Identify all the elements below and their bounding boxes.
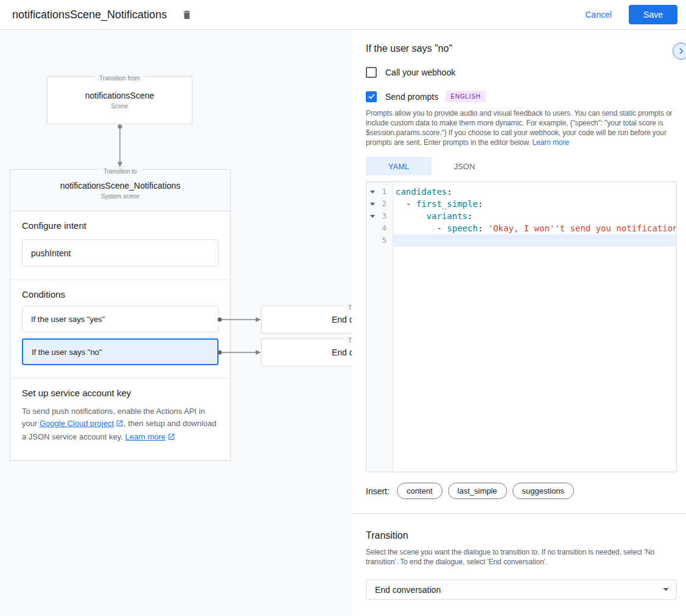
editor-code-line[interactable]: variants: — [393, 210, 676, 222]
insert-row: Insert: content last_simple suggestions — [366, 483, 677, 499]
fold-arrow-icon[interactable] — [370, 203, 375, 206]
transition-from-node[interactable]: Transition from notificationsScene Scene — [47, 76, 192, 124]
from-node-title: notificationsScene — [85, 91, 155, 100]
scene-card-header: notificationsScene_Notifications System … — [10, 170, 230, 211]
editor-code-line[interactable]: candidates: — [393, 186, 676, 198]
editor-format-tabs: YAML JSON — [366, 157, 677, 175]
send-prompts-label: Send prompts — [385, 92, 438, 102]
from-node-subtitle: Scene — [111, 103, 128, 110]
editor-line-number[interactable]: 2 — [366, 198, 393, 210]
transition-description: Select the scene you want the dialogue t… — [366, 547, 677, 567]
conditions-section: Conditions If the user says "yes" If the… — [10, 280, 230, 379]
editor-code-area[interactable]: candidates: - first_simple: variants: - … — [393, 182, 676, 472]
service-account-text: To send push notifications, enable the A… — [22, 405, 219, 444]
scene-node-card: Transition to notificationsScene_Notific… — [10, 169, 231, 461]
editor-line-number[interactable]: 1 — [366, 186, 393, 198]
editor-gutter: 12345 — [366, 182, 393, 472]
page-title: notificationsScene_Notifications — [12, 9, 167, 21]
save-button[interactable]: Save — [629, 5, 677, 24]
editor-code-line[interactable]: - speech: 'Okay, I won''t send you notif… — [393, 222, 676, 234]
editor-line-number[interactable]: 3 — [366, 210, 393, 222]
transition-title: Transition — [366, 530, 677, 541]
service-learn-more-link[interactable]: Learn more — [125, 432, 175, 441]
fold-arrow-icon[interactable] — [370, 191, 375, 194]
dropdown-caret-icon — [663, 588, 669, 591]
section-divider — [352, 513, 686, 514]
collapse-panel-button[interactable] — [673, 43, 686, 60]
transition-select-value: End conversation — [375, 585, 441, 595]
external-link-icon — [167, 433, 175, 443]
editor-code-line[interactable]: - first_simple: — [393, 198, 676, 210]
trash-icon — [181, 9, 192, 21]
editor-line-number: 5 — [366, 234, 393, 247]
fold-arrow-icon[interactable] — [370, 215, 375, 218]
service-account-section: Set up service account key To send push … — [10, 379, 230, 460]
insert-last-simple-chip[interactable]: last_simple — [448, 483, 507, 499]
send-prompts-checkbox[interactable] — [366, 91, 377, 102]
condition-detail-panel: If the user says "no" Call your webhook … — [352, 30, 686, 616]
prompts-learn-more-link[interactable]: Learn more — [533, 138, 569, 147]
chevron-right-icon — [677, 47, 685, 55]
condition-title: If the user says "no" — [366, 43, 452, 54]
insert-content-chip[interactable]: content — [397, 483, 443, 499]
transition-connector-arrow — [116, 124, 124, 169]
google-cloud-project-link[interactable]: Google Cloud project — [40, 419, 124, 428]
top-bar: notificationsScene_Notifications Cancel … — [0, 0, 686, 30]
webhook-row: Call your webhook — [366, 67, 677, 78]
call-webhook-checkbox[interactable] — [366, 67, 377, 78]
intent-push-intent[interactable]: pushIntent — [22, 239, 219, 267]
check-icon — [368, 93, 376, 100]
tab-json[interactable]: JSON — [432, 157, 497, 175]
send-prompts-row: Send prompts ENGLISH — [366, 91, 677, 102]
configure-intent-section: Configure intent pushIntent — [10, 211, 230, 280]
cancel-button[interactable]: Cancel — [585, 10, 612, 19]
scene-diagram-canvas[interactable]: Transition from notificationsScene Scene… — [0, 30, 352, 616]
node-border-label: Transition from — [47, 72, 192, 82]
scene-subtitle: System scene — [101, 193, 139, 200]
call-webhook-label: Call your webhook — [385, 68, 455, 77]
editor-line-number: 4 — [366, 222, 393, 234]
condition-row-yes[interactable]: If the user says "yes" — [22, 306, 219, 332]
insert-label: Insert: — [366, 486, 390, 496]
insert-suggestions-chip[interactable]: suggestions — [513, 483, 574, 499]
tab-yaml[interactable]: YAML — [366, 157, 432, 175]
condition-row-no[interactable]: If the user says "no" — [22, 338, 219, 365]
transition-select[interactable]: End conversation — [366, 579, 677, 600]
app-window: notificationsScene_Notifications Cancel … — [0, 0, 686, 616]
language-badge: ENGLISH — [446, 91, 486, 102]
editor-code-line[interactable] — [393, 234, 676, 247]
external-link-icon — [116, 420, 124, 429]
configure-intent-label: Configure intent — [22, 220, 219, 231]
conditions-label: Conditions — [22, 289, 219, 299]
prompts-description: Prompts allow you to provide audio and v… — [366, 108, 677, 147]
scene-title: notificationsScene_Notifications — [60, 181, 181, 191]
delete-scene-button[interactable] — [179, 7, 195, 23]
prompt-code-editor[interactable]: 12345 candidates: - first_simple: varian… — [366, 181, 677, 472]
service-account-title: Set up service account key — [22, 388, 219, 398]
